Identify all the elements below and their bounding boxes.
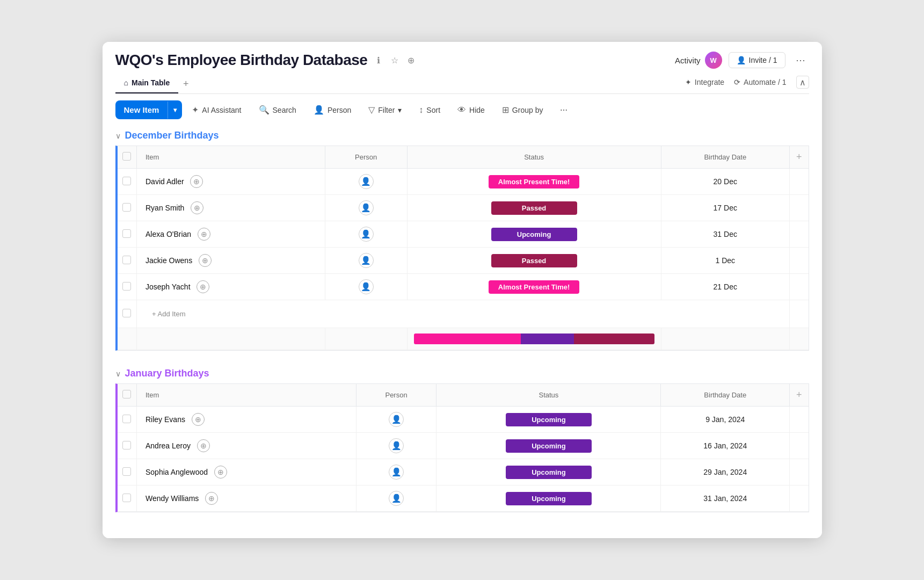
row-check[interactable] [122, 467, 131, 476]
person-avatar[interactable]: 👤 [389, 438, 404, 453]
row-extra [789, 248, 808, 274]
add-subitem-icon[interactable]: ⊕ [199, 254, 212, 267]
add-subitem-icon[interactable]: ⊕ [197, 439, 210, 452]
person-label: Person [328, 106, 351, 114]
header-more-button[interactable]: ⋯ [792, 52, 809, 69]
integrate-button[interactable]: ✦ Integrate [685, 78, 724, 86]
person-avatar[interactable]: 👤 [359, 253, 374, 268]
filter-dropdown-icon: ▾ [398, 106, 402, 114]
empty [661, 328, 789, 350]
status-summary-bar [414, 334, 654, 344]
birthday-date-col-header: Birthday Date [661, 146, 789, 169]
add-item-cell: + Add Item [137, 300, 790, 328]
status-badge: Almost Present Time! [489, 175, 579, 189]
group-december: ∨ December Birthdays Item Person Status … [115, 130, 809, 351]
status-badge: Upcoming [506, 413, 592, 426]
bar-passed [574, 334, 654, 344]
sort-button[interactable]: ↕ Sort [411, 101, 448, 119]
group-by-button[interactable]: ⊞ Group by [494, 100, 551, 119]
more-options-button[interactable]: ⋯ [552, 102, 575, 119]
person-filter-icon: 👤 [314, 105, 324, 115]
date-cell: 21 Dec [661, 274, 789, 300]
invite-button[interactable]: 👤 Invite / 1 [729, 52, 785, 68]
add-item-button[interactable]: + Add Item [143, 306, 783, 322]
date-cell: 17 Dec [661, 195, 789, 221]
row-check[interactable] [122, 441, 131, 450]
status-badge: Upcoming [506, 492, 592, 505]
select-all-checkbox[interactable] [122, 390, 131, 398]
select-all-checkbox[interactable] [122, 152, 131, 161]
toolbar: New Item ▾ ✦ AI Assistant 🔍 Search 👤 Per… [103, 94, 822, 126]
add-subitem-icon[interactable]: ⊕ [192, 413, 205, 426]
group-collapse-january[interactable]: ∨ [115, 369, 121, 378]
row-check[interactable] [122, 229, 131, 238]
header-right: Activity W 👤 Invite / 1 ⋯ [675, 52, 809, 69]
date-cell: 16 Jan, 2024 [661, 433, 790, 459]
person-avatar[interactable]: 👤 [389, 465, 404, 480]
person-avatar[interactable]: 👤 [359, 227, 374, 242]
add-subitem-icon[interactable]: ⊕ [197, 280, 209, 293]
new-item-button[interactable]: New Item ▾ [115, 100, 183, 119]
automate-button[interactable]: ⟳ Automate / 1 [734, 78, 786, 86]
add-col-button[interactable]: + [789, 146, 808, 169]
checkbox-header [118, 384, 137, 407]
row-check[interactable] [122, 177, 131, 185]
person-col-header: Person [325, 146, 407, 169]
add-subitem-icon[interactable]: ⊕ [198, 228, 210, 241]
item-name-cell: Jackie Owens ⊕ [137, 248, 325, 274]
ai-assistant-label: AI Assistant [202, 106, 241, 114]
row-check[interactable] [122, 256, 131, 264]
tab-main-table-label: Main Table [132, 78, 170, 87]
person-avatar[interactable]: 👤 [359, 174, 374, 189]
person-cell: 👤 [356, 407, 436, 433]
row-check[interactable] [122, 415, 131, 423]
row-check[interactable] [122, 494, 131, 502]
collapse-button[interactable]: ∧ [796, 76, 809, 89]
bar-upcoming [521, 334, 574, 344]
row-check[interactable] [122, 282, 131, 291]
person-avatar[interactable]: 👤 [389, 491, 404, 506]
item-name-cell: David Adler ⊕ [137, 169, 325, 195]
row-extra [789, 485, 808, 512]
person-avatar[interactable]: 👤 [359, 279, 374, 294]
row-check[interactable] [122, 309, 131, 317]
new-item-dropdown-arrow[interactable]: ▾ [168, 102, 182, 119]
add-tab-button[interactable]: + [178, 76, 193, 91]
person-avatar[interactable]: 👤 [389, 412, 404, 427]
tabs-left: ⌂ Main Table + [115, 74, 194, 93]
add-subitem-icon[interactable]: ⊕ [191, 201, 203, 214]
date-cell: 31 Dec [661, 221, 789, 248]
add-subitem-icon[interactable]: ⊕ [205, 492, 218, 505]
integrate-icon: ✦ [685, 78, 692, 86]
header-top: WQO's Employee Birthday Database ℹ ☆ ⊕ A… [115, 52, 809, 69]
row-checkbox [118, 485, 137, 512]
activity-button[interactable]: Activity W [675, 52, 722, 69]
group-collapse-december[interactable]: ∨ [115, 132, 121, 140]
row-check[interactable] [122, 203, 131, 212]
row-checkbox [118, 274, 137, 300]
tab-main-table[interactable]: ⌂ Main Table [115, 74, 179, 93]
info-icon[interactable]: ℹ [373, 54, 384, 66]
star-icon[interactable]: ☆ [389, 54, 401, 66]
activity-label: Activity [675, 56, 701, 65]
title-area: WQO's Employee Birthday Database ℹ ☆ ⊕ [115, 52, 417, 69]
empty [137, 328, 325, 350]
add-col-button[interactable]: + [789, 384, 808, 407]
ai-assistant-button[interactable]: ✦ AI Assistant [184, 100, 249, 119]
person-avatar[interactable]: 👤 [359, 200, 374, 215]
person-button[interactable]: 👤 Person [306, 100, 359, 119]
search-button[interactable]: 🔍 Search [251, 100, 304, 119]
filter-button[interactable]: ▽ Filter ▾ [361, 100, 409, 119]
table-row: Sophia Anglewood ⊕ 👤 Upcoming 29 Jan, 20… [118, 459, 809, 485]
hide-icon: 👁 [457, 105, 466, 115]
hide-button[interactable]: 👁 Hide [450, 101, 492, 119]
person-col-header: Person [356, 384, 436, 407]
search-icon: 🔍 [259, 105, 270, 115]
row-extra [789, 459, 808, 485]
add-subitem-icon[interactable]: ⊕ [190, 175, 203, 188]
item-col-header: Item [137, 384, 356, 407]
share-icon[interactable]: ⊕ [405, 54, 417, 66]
add-subitem-icon[interactable]: ⊕ [214, 466, 227, 479]
table-december: Item Person Status Birthday Date + David… [115, 146, 809, 351]
table-row: Ryan Smith ⊕ 👤 Passed 17 Dec [118, 195, 809, 221]
